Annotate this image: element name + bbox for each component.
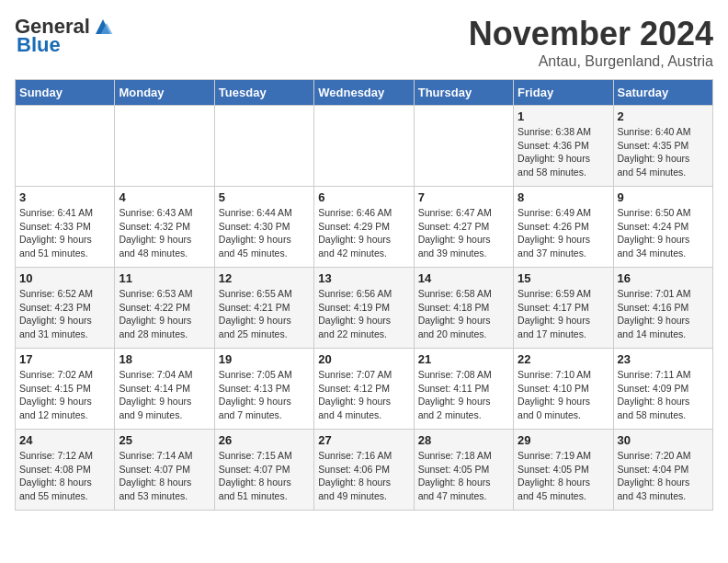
day-number: 22 — [518, 352, 609, 366]
day-info: Sunrise: 7:01 AM Sunset: 4:16 PM Dayligh… — [618, 287, 709, 341]
day-info: Sunrise: 7:18 AM Sunset: 4:05 PM Dayligh… — [418, 449, 509, 503]
day-info: Sunrise: 6:38 AM Sunset: 4:36 PM Dayligh… — [518, 125, 609, 179]
day-info: Sunrise: 6:49 AM Sunset: 4:26 PM Dayligh… — [518, 206, 609, 260]
logo-icon — [92, 16, 114, 38]
calendar-day-cell: 22Sunrise: 7:10 AM Sunset: 4:10 PM Dayli… — [514, 349, 613, 430]
day-number: 2 — [618, 109, 709, 123]
calendar-day-cell: 18Sunrise: 7:04 AM Sunset: 4:14 PM Dayli… — [115, 349, 214, 430]
calendar-week-row: 10Sunrise: 6:52 AM Sunset: 4:23 PM Dayli… — [16, 268, 713, 349]
calendar-week-row: 17Sunrise: 7:02 AM Sunset: 4:15 PM Dayli… — [16, 349, 713, 430]
calendar-day-cell: 24Sunrise: 7:12 AM Sunset: 4:08 PM Dayli… — [16, 430, 115, 511]
logo-blue: Blue — [17, 33, 61, 57]
day-number: 18 — [119, 352, 210, 366]
day-number: 12 — [219, 271, 310, 285]
day-info: Sunrise: 7:16 AM Sunset: 4:06 PM Dayligh… — [318, 449, 409, 503]
day-number: 9 — [618, 190, 709, 204]
day-info: Sunrise: 6:59 AM Sunset: 4:17 PM Dayligh… — [518, 287, 609, 341]
day-number: 25 — [119, 433, 210, 447]
day-info: Sunrise: 7:11 AM Sunset: 4:09 PM Dayligh… — [618, 368, 709, 422]
calendar-day-cell: 14Sunrise: 6:58 AM Sunset: 4:18 PM Dayli… — [414, 268, 513, 349]
day-number: 19 — [219, 352, 310, 366]
calendar-day-cell: 26Sunrise: 7:15 AM Sunset: 4:07 PM Dayli… — [214, 430, 313, 511]
day-info: Sunrise: 7:10 AM Sunset: 4:10 PM Dayligh… — [518, 368, 609, 422]
calendar-day-cell: 12Sunrise: 6:55 AM Sunset: 4:21 PM Dayli… — [214, 268, 313, 349]
day-number: 23 — [618, 352, 709, 366]
day-number: 15 — [518, 271, 609, 285]
day-info: Sunrise: 7:05 AM Sunset: 4:13 PM Dayligh… — [219, 368, 310, 422]
calendar-day-cell — [414, 106, 513, 187]
day-number: 21 — [418, 352, 509, 366]
day-info: Sunrise: 7:12 AM Sunset: 4:08 PM Dayligh… — [19, 449, 110, 503]
day-number: 20 — [318, 352, 409, 366]
calendar-day-cell: 11Sunrise: 6:53 AM Sunset: 4:22 PM Dayli… — [115, 268, 214, 349]
calendar-day-cell: 15Sunrise: 6:59 AM Sunset: 4:17 PM Dayli… — [514, 268, 613, 349]
calendar-day-cell: 30Sunrise: 7:20 AM Sunset: 4:04 PM Dayli… — [613, 430, 712, 511]
weekday-header-tuesday: Tuesday — [214, 80, 313, 106]
calendar-day-cell: 29Sunrise: 7:19 AM Sunset: 4:05 PM Dayli… — [514, 430, 613, 511]
day-number: 6 — [318, 190, 409, 204]
day-number: 5 — [219, 190, 310, 204]
day-info: Sunrise: 7:15 AM Sunset: 4:07 PM Dayligh… — [219, 449, 310, 503]
day-info: Sunrise: 7:04 AM Sunset: 4:14 PM Dayligh… — [119, 368, 210, 422]
weekday-header-friday: Friday — [514, 80, 613, 106]
day-number: 14 — [418, 271, 509, 285]
day-info: Sunrise: 7:08 AM Sunset: 4:11 PM Dayligh… — [418, 368, 509, 422]
month-title: November 2024 — [469, 15, 713, 53]
calendar-day-cell: 28Sunrise: 7:18 AM Sunset: 4:05 PM Dayli… — [414, 430, 513, 511]
day-number: 8 — [518, 190, 609, 204]
calendar-day-cell: 1Sunrise: 6:38 AM Sunset: 4:36 PM Daylig… — [514, 106, 613, 187]
day-info: Sunrise: 6:40 AM Sunset: 4:35 PM Dayligh… — [618, 125, 709, 179]
day-number: 29 — [518, 433, 609, 447]
day-info: Sunrise: 6:50 AM Sunset: 4:24 PM Dayligh… — [618, 206, 709, 260]
calendar-table: SundayMondayTuesdayWednesdayThursdayFrid… — [15, 79, 713, 511]
day-number: 24 — [19, 433, 110, 447]
day-number: 26 — [219, 433, 310, 447]
day-number: 4 — [119, 190, 210, 204]
calendar-week-row: 24Sunrise: 7:12 AM Sunset: 4:08 PM Dayli… — [16, 430, 713, 511]
weekday-header-saturday: Saturday — [613, 80, 712, 106]
day-info: Sunrise: 7:14 AM Sunset: 4:07 PM Dayligh… — [119, 449, 210, 503]
calendar-day-cell: 8Sunrise: 6:49 AM Sunset: 4:26 PM Daylig… — [514, 187, 613, 268]
calendar-week-row: 1Sunrise: 6:38 AM Sunset: 4:36 PM Daylig… — [16, 106, 713, 187]
page-header: General Blue November 2024 Antau, Burgen… — [15, 15, 713, 70]
weekday-header-thursday: Thursday — [414, 80, 513, 106]
day-info: Sunrise: 6:56 AM Sunset: 4:19 PM Dayligh… — [318, 287, 409, 341]
logo: General Blue — [15, 15, 114, 57]
calendar-day-cell: 21Sunrise: 7:08 AM Sunset: 4:11 PM Dayli… — [414, 349, 513, 430]
day-info: Sunrise: 6:55 AM Sunset: 4:21 PM Dayligh… — [219, 287, 310, 341]
day-info: Sunrise: 6:52 AM Sunset: 4:23 PM Dayligh… — [19, 287, 110, 341]
day-info: Sunrise: 6:43 AM Sunset: 4:32 PM Dayligh… — [119, 206, 210, 260]
calendar-day-cell: 6Sunrise: 6:46 AM Sunset: 4:29 PM Daylig… — [314, 187, 414, 268]
day-number: 1 — [518, 109, 609, 123]
weekday-header-wednesday: Wednesday — [314, 80, 414, 106]
calendar-day-cell: 9Sunrise: 6:50 AM Sunset: 4:24 PM Daylig… — [613, 187, 712, 268]
day-number: 28 — [418, 433, 509, 447]
calendar-day-cell: 3Sunrise: 6:41 AM Sunset: 4:33 PM Daylig… — [16, 187, 115, 268]
day-number: 3 — [19, 190, 110, 204]
calendar-day-cell: 4Sunrise: 6:43 AM Sunset: 4:32 PM Daylig… — [115, 187, 214, 268]
calendar-day-cell: 13Sunrise: 6:56 AM Sunset: 4:19 PM Dayli… — [314, 268, 414, 349]
day-info: Sunrise: 6:41 AM Sunset: 4:33 PM Dayligh… — [19, 206, 110, 260]
day-number: 13 — [318, 271, 409, 285]
day-info: Sunrise: 6:58 AM Sunset: 4:18 PM Dayligh… — [418, 287, 509, 341]
day-number: 16 — [618, 271, 709, 285]
calendar-day-cell: 19Sunrise: 7:05 AM Sunset: 4:13 PM Dayli… — [214, 349, 313, 430]
weekday-header-row: SundayMondayTuesdayWednesdayThursdayFrid… — [16, 80, 713, 106]
calendar-day-cell: 25Sunrise: 7:14 AM Sunset: 4:07 PM Dayli… — [115, 430, 214, 511]
day-info: Sunrise: 6:46 AM Sunset: 4:29 PM Dayligh… — [318, 206, 409, 260]
calendar-day-cell — [115, 106, 214, 187]
calendar-day-cell: 7Sunrise: 6:47 AM Sunset: 4:27 PM Daylig… — [414, 187, 513, 268]
calendar-day-cell: 10Sunrise: 6:52 AM Sunset: 4:23 PM Dayli… — [16, 268, 115, 349]
day-info: Sunrise: 7:02 AM Sunset: 4:15 PM Dayligh… — [19, 368, 110, 422]
calendar-day-cell — [16, 106, 115, 187]
day-info: Sunrise: 6:44 AM Sunset: 4:30 PM Dayligh… — [219, 206, 310, 260]
calendar-week-row: 3Sunrise: 6:41 AM Sunset: 4:33 PM Daylig… — [16, 187, 713, 268]
title-block: November 2024 Antau, Burgenland, Austria — [469, 15, 713, 70]
day-number: 17 — [19, 352, 110, 366]
day-info: Sunrise: 7:07 AM Sunset: 4:12 PM Dayligh… — [318, 368, 409, 422]
day-number: 27 — [318, 433, 409, 447]
day-number: 7 — [418, 190, 509, 204]
calendar-day-cell: 16Sunrise: 7:01 AM Sunset: 4:16 PM Dayli… — [613, 268, 712, 349]
calendar-day-cell: 23Sunrise: 7:11 AM Sunset: 4:09 PM Dayli… — [613, 349, 712, 430]
day-number: 30 — [618, 433, 709, 447]
